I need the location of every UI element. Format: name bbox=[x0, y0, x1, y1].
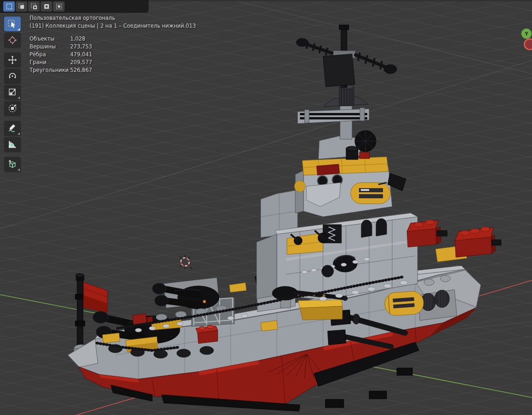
viewport-text-overlay: Пользовательская ортогональ (191) Коллек… bbox=[30, 14, 196, 74]
measure-icon bbox=[8, 140, 17, 149]
tool-sidebar bbox=[4, 17, 21, 173]
gizmo-y-label: Y bbox=[524, 31, 528, 36]
tool-cursor[interactable] bbox=[4, 33, 21, 47]
gizmo-x-axis-ball bbox=[525, 39, 532, 50]
antenna-left bbox=[296, 38, 333, 55]
object-origin-dot bbox=[203, 300, 206, 303]
radar-panel bbox=[323, 54, 355, 87]
select-invert-icon bbox=[43, 3, 50, 10]
subtool-indicator bbox=[18, 168, 20, 171]
cursor-icon bbox=[8, 36, 17, 45]
select-mode-extend-button[interactable] bbox=[16, 1, 27, 12]
stat-row-triangles: Треугольники 526,867 bbox=[30, 66, 196, 74]
stat-row-objects: Объекты 1,028 bbox=[30, 35, 196, 43]
transform-icon bbox=[8, 104, 17, 113]
select-mode-invert-button[interactable] bbox=[41, 1, 52, 12]
select-mode-intersect-button[interactable] bbox=[53, 1, 65, 12]
scale-icon bbox=[8, 88, 17, 97]
antenna-right bbox=[354, 53, 397, 74]
select-set-icon bbox=[6, 3, 13, 10]
tool-transform[interactable] bbox=[4, 101, 21, 116]
tool-select-box[interactable] bbox=[4, 17, 21, 31]
scene-breadcrumb: (191) Коллекция сцены | 2 на 1 – Соедини… bbox=[30, 22, 196, 30]
life-preserver bbox=[351, 183, 390, 204]
bridge-tower bbox=[294, 157, 392, 217]
subtool-indicator bbox=[18, 28, 20, 30]
select-subtract-icon bbox=[30, 3, 38, 10]
viewport-header bbox=[0, 0, 149, 13]
tool-scale[interactable] bbox=[4, 85, 21, 100]
rotate-icon bbox=[8, 71, 17, 81]
tool-measure[interactable] bbox=[4, 137, 21, 152]
bow-drums bbox=[418, 290, 457, 320]
select-extend-icon bbox=[18, 3, 25, 10]
select-mode-subtract-button[interactable] bbox=[28, 1, 40, 12]
tool-add-cube[interactable] bbox=[4, 157, 21, 172]
tool-rotate[interactable] bbox=[4, 69, 21, 83]
add-cube-icon bbox=[8, 160, 17, 169]
nav-gizmo[interactable]: Y bbox=[521, 29, 532, 50]
move-icon bbox=[8, 55, 17, 65]
tool-move[interactable] bbox=[4, 53, 21, 67]
tool-annotate[interactable] bbox=[4, 121, 21, 136]
yellow-shield bbox=[384, 290, 424, 316]
stat-row-vertices: Вершины 273,753 bbox=[30, 43, 196, 51]
viewport-canvas[interactable]: Y bbox=[0, 0, 532, 415]
annotate-icon bbox=[8, 124, 17, 133]
stat-row-edges: Рёбра 479,041 bbox=[30, 51, 196, 59]
battleship-model[interactable] bbox=[68, 25, 501, 411]
subtool-indicator bbox=[18, 96, 20, 99]
select-intersect-icon bbox=[55, 3, 63, 10]
select-box-icon bbox=[7, 19, 18, 29]
scene-statistics: Объекты 1,028 Вершины 273,753 Рёбра 479,… bbox=[30, 35, 196, 74]
stat-row-faces: Грани 209,577 bbox=[30, 59, 196, 66]
subtool-indicator bbox=[18, 132, 20, 135]
select-mode-set-button[interactable] bbox=[3, 1, 15, 12]
view-label: Пользовательская ортогональ bbox=[30, 14, 196, 22]
3d-cursor bbox=[180, 255, 192, 269]
bridge-red-stripe bbox=[317, 164, 340, 175]
